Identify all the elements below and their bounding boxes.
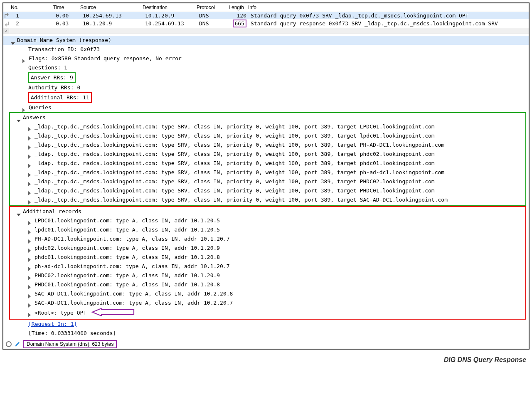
related-outgoing-icon xyxy=(4,13,10,19)
expand-caret-icon[interactable] xyxy=(17,210,21,214)
additional-record[interactable]: phdc02.lookingpoint.com: type A, class I… xyxy=(10,244,524,253)
answer-record[interactable]: _ldap._tcp.dc._msdcs.lookingpoint.com: t… xyxy=(10,150,524,159)
annotation-additional-rrs: Additional RRs: 11 xyxy=(28,92,92,103)
answer-record[interactable]: _ldap._tcp.dc._msdcs.lookingpoint.com: t… xyxy=(10,195,524,204)
cell-info: Standard query response 0x0f73 SRV _ldap… xyxy=(249,20,529,27)
field-time[interactable]: [Time: 0.033314000 seconds] xyxy=(3,329,529,338)
annotated-length-665: 665 xyxy=(233,20,246,27)
expand-caret-icon[interactable] xyxy=(28,134,33,139)
packet-details-panel: Domain Name System (response) Transactio… xyxy=(3,34,529,339)
expand-caret-icon[interactable] xyxy=(28,246,33,251)
additional-record[interactable]: <Root>: type OPT xyxy=(10,308,524,318)
answer-record[interactable]: _ldap._tcp.dc._msdcs.lookingpoint.com: t… xyxy=(10,122,524,131)
edit-icon[interactable] xyxy=(14,341,21,347)
answer-text: _ldap._tcp.dc._msdcs.lookingpoint.com: t… xyxy=(34,177,435,186)
expand-caret-icon[interactable] xyxy=(28,283,33,288)
expand-caret-icon[interactable] xyxy=(28,198,33,203)
packet-row-1[interactable]: 1 0.00 10.254.69.13 10.1.20.9 DNS 120 St… xyxy=(3,12,529,19)
answer-text: _ldap._tcp.dc._msdcs.lookingpoint.com: t… xyxy=(34,168,444,177)
additional-text: ph-ad-dc1.lookingpoint.com: type A, clas… xyxy=(34,262,230,271)
additional-record[interactable]: ph-ad-dc1.lookingpoint.com: type A, clas… xyxy=(10,262,524,271)
cell-protocol: DNS xyxy=(199,12,228,19)
cell-destination: 10.1.20.9 xyxy=(145,12,199,19)
col-header-source[interactable]: Source xyxy=(80,5,143,10)
field-transaction-id[interactable]: Transaction ID: 0x0f73 xyxy=(3,45,529,54)
expand-caret-icon[interactable] xyxy=(28,301,33,306)
annotation-answers-box: Answers _ldap._tcp.dc._msdcs.lookingpoin… xyxy=(9,112,526,206)
cell-info: Standard query 0x0f73 SRV _ldap._tcp.dc.… xyxy=(249,12,529,19)
answer-text: _ldap._tcp.dc._msdcs.lookingpoint.com: t… xyxy=(34,131,435,140)
packet-list-header[interactable]: No. Time Source Destination Protocol Len… xyxy=(3,3,529,12)
expand-caret-icon[interactable] xyxy=(28,189,33,194)
additional-record[interactable]: PH-AD-DC1.lookingpoint.com: type A, clas… xyxy=(10,234,524,244)
field-flags[interactable]: Flags: 0x8580 Standard query response, N… xyxy=(3,54,529,63)
additional-record[interactable]: lpdc01.lookingpoint.com: type A, class I… xyxy=(10,225,524,234)
expand-caret-icon[interactable] xyxy=(28,180,33,185)
field-additional-rrs[interactable]: Additional RRs: 11 xyxy=(3,92,529,103)
scroll-left-icon[interactable]: < xyxy=(3,28,9,34)
additional-record[interactable]: phdc01.lookingpoint.com: type A, class I… xyxy=(10,253,524,262)
field-authority-rrs[interactable]: Authority RRs: 0 xyxy=(3,83,529,92)
field-questions[interactable]: Questions: 1 xyxy=(3,63,529,72)
answer-record[interactable]: _ldap._tcp.dc._msdcs.lookingpoint.com: t… xyxy=(10,177,524,186)
expand-caret-icon[interactable] xyxy=(28,125,33,130)
expert-info-icon[interactable] xyxy=(6,341,12,347)
request-in-link[interactable]: [Request In: 1] xyxy=(3,320,529,329)
expand-caret-icon[interactable] xyxy=(28,219,33,224)
cell-source: 10.1.20.9 xyxy=(83,20,145,27)
answer-record[interactable]: _ldap._tcp.dc._msdcs.lookingpoint.com: t… xyxy=(10,140,524,150)
answers-node[interactable]: Answers xyxy=(10,113,524,122)
cell-no: 1 xyxy=(11,12,56,19)
answer-record[interactable]: _ldap._tcp.dc._msdcs.lookingpoint.com: t… xyxy=(10,168,524,177)
horizontal-scrollbar[interactable]: < xyxy=(3,28,529,34)
cell-source: 10.254.69.13 xyxy=(83,12,145,19)
expand-caret-icon[interactable] xyxy=(28,143,33,148)
field-answer-rrs[interactable]: Answer RRs: 9 xyxy=(3,72,529,83)
col-header-time[interactable]: Time xyxy=(53,5,80,10)
additional-record[interactable]: PHDC02.lookingpoint.com: type A, class I… xyxy=(10,271,524,280)
additional-record[interactable]: LPDC01.lookingpoint.com: type A, class I… xyxy=(10,216,524,225)
expand-caret-icon[interactable] xyxy=(22,57,27,62)
answer-text: _ldap._tcp.dc._msdcs.lookingpoint.com: t… xyxy=(34,122,435,131)
expand-caret-icon[interactable] xyxy=(28,171,33,175)
additional-record[interactable]: SAC-AD-DC1.lookingpoint.com: type A, cla… xyxy=(10,298,524,308)
expand-caret-icon[interactable] xyxy=(28,311,33,315)
expand-caret-icon[interactable] xyxy=(28,153,33,157)
answer-record[interactable]: _ldap._tcp.dc._msdcs.lookingpoint.com: t… xyxy=(10,159,524,168)
packet-row-2[interactable]: 2 0.03 10.1.20.9 10.254.69.13 DNS 665 St… xyxy=(3,19,529,28)
col-header-no[interactable]: No. xyxy=(3,5,53,10)
expand-caret-icon[interactable] xyxy=(11,39,15,43)
additional-record[interactable]: SAC-AD-DC1.lookingpoint.com: type A, cla… xyxy=(10,289,524,298)
col-header-length[interactable]: Length xyxy=(226,5,246,10)
field-queries[interactable]: Queries xyxy=(3,103,529,112)
expand-caret-icon[interactable] xyxy=(28,228,33,233)
col-header-destination[interactable]: Destination xyxy=(143,5,197,10)
expand-caret-icon[interactable] xyxy=(17,116,21,121)
additional-text: SAC-AD-DC1.lookingpoint.com: type A, cla… xyxy=(34,289,233,298)
additional-text: SAC-AD-DC1.lookingpoint.com: type A, cla… xyxy=(34,298,233,308)
col-header-info[interactable]: Info xyxy=(246,5,529,10)
additional-text: LPDC01.lookingpoint.com: type A, class I… xyxy=(34,216,220,225)
expand-caret-icon[interactable] xyxy=(28,265,33,269)
dns-title: Domain Name System (response) xyxy=(17,36,111,45)
col-header-protocol[interactable]: Protocol xyxy=(197,5,226,10)
figure-caption: DIG DNS Query Response xyxy=(0,352,532,366)
answer-text: _ldap._tcp.dc._msdcs.lookingpoint.com: t… xyxy=(34,150,435,159)
related-incoming-icon xyxy=(4,21,10,27)
expand-caret-icon[interactable] xyxy=(28,162,33,166)
additional-records-node[interactable]: Additional records xyxy=(10,207,524,216)
additional-text: phdc02.lookingpoint.com: type A, class I… xyxy=(34,244,220,253)
answer-record[interactable]: _ldap._tcp.dc._msdcs.lookingpoint.com: t… xyxy=(10,131,524,140)
expand-caret-icon[interactable] xyxy=(28,237,33,242)
dns-root-node[interactable]: Domain Name System (response) xyxy=(3,36,529,45)
expand-caret-icon[interactable] xyxy=(22,106,27,111)
additional-record[interactable]: PHDC01.lookingpoint.com: type A, class I… xyxy=(10,280,524,289)
expand-caret-icon[interactable] xyxy=(28,256,33,260)
expand-caret-icon[interactable] xyxy=(28,274,33,278)
cell-length: 120 xyxy=(228,12,249,19)
cell-no: 2 xyxy=(11,20,56,27)
answer-text: _ldap._tcp.dc._msdcs.lookingpoint.com: t… xyxy=(34,186,435,195)
expand-caret-icon[interactable] xyxy=(28,292,33,297)
answer-record[interactable]: _ldap._tcp.dc._msdcs.lookingpoint.com: t… xyxy=(10,186,524,195)
additional-text: <Root>: type OPT xyxy=(34,308,86,318)
